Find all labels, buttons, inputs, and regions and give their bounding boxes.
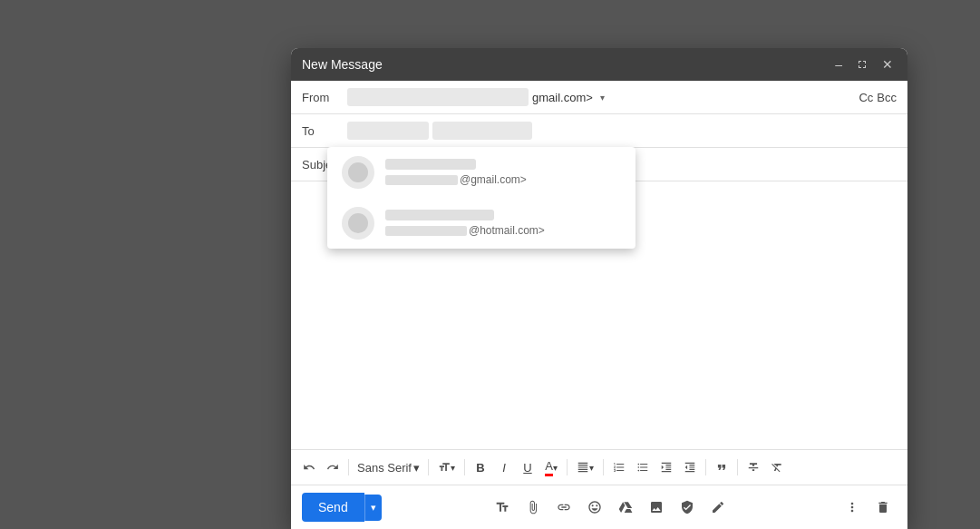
expand-button[interactable]: [853, 57, 871, 72]
dropdown-avatar-1: [342, 156, 374, 189]
confidential-button[interactable]: [674, 494, 701, 521]
format-text-button[interactable]: [489, 494, 516, 521]
send-button[interactable]: Send: [302, 493, 364, 522]
font-color-button[interactable]: A ▾: [540, 456, 562, 479]
action-icons: [489, 494, 732, 521]
dropdown-info-2: @hotmail.com>: [385, 210, 545, 237]
more-options-button[interactable]: [839, 494, 866, 521]
from-row: From gmail.com> ▾ Cc Bcc: [291, 81, 907, 114]
compose-fields: From gmail.com> ▾ Cc Bcc To: [291, 81, 907, 181]
dropdown-item-2[interactable]: @hotmail.com>: [327, 198, 636, 249]
bcc-link[interactable]: Bcc: [877, 91, 897, 104]
strikethrough-button[interactable]: [742, 456, 764, 479]
separator-6: [705, 459, 706, 475]
blockquote-button[interactable]: [711, 456, 733, 479]
dropdown-name-2: [385, 210, 494, 220]
right-actions: [839, 494, 897, 521]
insert-emoji-button[interactable]: [581, 494, 608, 521]
outdent-button[interactable]: [679, 456, 701, 479]
remove-format-button[interactable]: [766, 456, 788, 479]
insert-photo-button[interactable]: [643, 494, 670, 521]
to-label: To: [302, 124, 347, 138]
separator-5: [603, 459, 604, 475]
separator-3: [464, 459, 465, 475]
unordered-list-button[interactable]: [632, 456, 654, 479]
from-label: From: [302, 91, 347, 104]
autocomplete-dropdown: @gmail.com> @hotmail.com>: [327, 147, 636, 249]
from-address-placeholder: [347, 88, 529, 106]
align-button[interactable]: ▾: [572, 456, 598, 479]
compose-title: New Message: [302, 57, 383, 72]
separator-7: [737, 459, 738, 475]
bold-button[interactable]: B: [470, 456, 491, 479]
from-gmail-suffix: gmail.com>: [532, 91, 593, 104]
redo-button[interactable]: [322, 456, 344, 479]
minimize-button[interactable]: –: [831, 55, 846, 73]
discard-button[interactable]: [869, 494, 897, 521]
dropdown-email-2: @hotmail.com>: [385, 224, 545, 237]
dropdown-name-1: [385, 159, 476, 170]
indent-button[interactable]: [655, 456, 677, 479]
close-button[interactable]: ✕: [878, 55, 897, 73]
header-controls: – ✕: [831, 55, 897, 73]
compose-actions: Send ▾: [291, 485, 907, 529]
to-chip-2: [432, 122, 532, 140]
compose-header: New Message – ✕: [291, 48, 907, 81]
cc-bcc-links: Cc Bcc: [859, 91, 897, 104]
to-chip-1: [347, 122, 429, 140]
undo-button[interactable]: [298, 456, 320, 479]
cc-link[interactable]: Cc: [859, 91, 873, 104]
underline-button[interactable]: U: [517, 456, 539, 479]
to-chips: [347, 122, 897, 140]
from-value: gmail.com> ▾: [347, 88, 605, 106]
signature-button[interactable]: [704, 494, 732, 521]
font-size-button[interactable]: ▾: [433, 456, 460, 479]
separator-4: [567, 459, 568, 475]
dropdown-avatar-2: [342, 207, 374, 240]
to-row: To @gmail.com>: [291, 114, 907, 148]
separator-1: [348, 459, 349, 475]
send-dropdown-button[interactable]: ▾: [364, 495, 382, 521]
insert-drive-button[interactable]: [612, 494, 639, 521]
italic-button[interactable]: I: [493, 456, 515, 479]
attach-file-button[interactable]: [519, 494, 547, 521]
font-family-select[interactable]: Sans Serif ▾: [354, 456, 423, 479]
formatting-toolbar: Sans Serif ▾ ▾ B I U A ▾ ▾: [291, 449, 907, 485]
dropdown-item-1[interactable]: @gmail.com>: [327, 147, 636, 198]
dropdown-info-1: @gmail.com>: [385, 159, 527, 186]
send-group: Send ▾: [302, 493, 382, 522]
insert-link-button[interactable]: [550, 494, 577, 521]
compose-window: New Message – ✕ From gmail.com> ▾ Cc Bcc: [291, 48, 907, 529]
dropdown-email-1: @gmail.com>: [385, 173, 527, 186]
ordered-list-button[interactable]: [608, 456, 630, 479]
separator-2: [428, 459, 429, 475]
from-dropdown-arrow[interactable]: ▾: [600, 93, 605, 103]
